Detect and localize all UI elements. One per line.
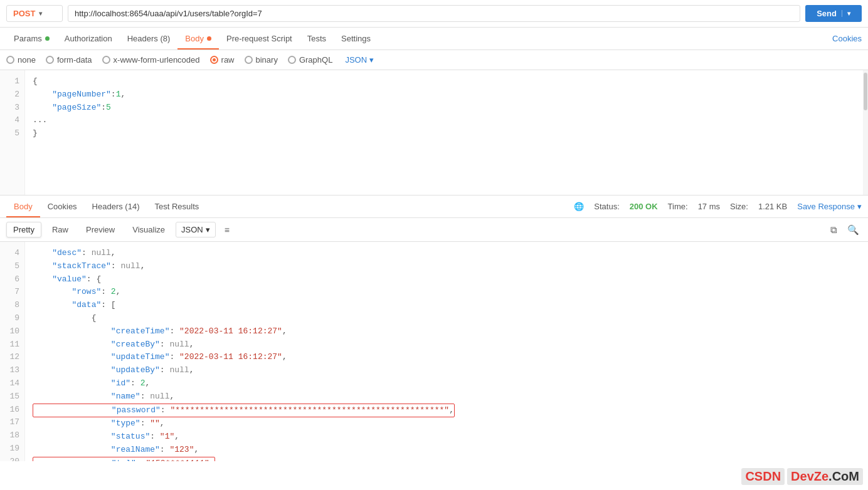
resp-line-numbers: 4 5 6 7 8 9 10 11 12 13 14 15 16 17 18 1… [0,242,25,461]
body-dot [207,36,211,41]
params-dot [45,36,50,41]
resp-code-content: "desc": null, "stackTrace": null, "value… [25,242,868,461]
tab-body[interactable]: Body [177,28,219,50]
response-format-bar: Pretty Raw Preview Visualize JSON ▾ ≡ ⧉ … [0,218,868,242]
url-input[interactable] [68,5,800,22]
resp-line-20: "tel": "150****1111", [33,457,860,461]
radio-raw [210,56,218,64]
body-type-urlencoded[interactable]: x-www-form-urlencoded [102,55,200,65]
method-select[interactable]: POST ▾ [6,5,63,22]
resp-line-4: "desc": null, [33,247,860,260]
radio-urlencoded [102,56,110,64]
request-scrollbar-thumb [864,73,867,110]
resp-line-5: "stackTrace": null, [33,260,860,273]
resp-line-11: "createBy": null, [33,338,860,352]
tab-tests[interactable]: Tests [300,28,334,50]
password-highlight: "password": "***************************… [33,404,455,418]
resp-json-chevron-icon: ▾ [206,225,210,234]
send-label: Send [817,9,837,18]
format-preview-btn[interactable]: Preview [79,222,122,237]
resp-line-7: "rows": 2, [33,286,860,299]
resp-line-6: "value": { [33,273,860,286]
tab-headers[interactable]: Headers (8) [120,28,178,50]
resp-line-14: "id": 2, [33,377,860,390]
radio-binary [245,56,253,64]
req-line-3: "pageSize":5 [33,102,860,115]
save-response-button[interactable]: Save Response ▾ [797,202,862,211]
status-label: Status: [594,202,619,211]
body-type-graphql[interactable]: GraphQL [288,55,332,65]
json-type-selector[interactable]: JSON ▾ [345,55,374,65]
req-line-5: } [33,127,860,140]
method-label: POST [13,9,35,18]
resp-line-10: "createTime": "2022-03-11 16:12:27", [33,325,860,338]
resp-json-label: JSON [181,225,203,234]
body-type-none[interactable]: none [6,55,36,65]
resp-line-12: "updateTime": "2022-03-11 16:12:27", [33,351,860,364]
req-line-1: { [33,75,860,88]
tab-authorization[interactable]: Authorization [57,28,120,50]
req-line-2: "pageNumber":1, [33,88,860,102]
body-type-formdata[interactable]: form-data [46,55,92,65]
radio-graphql [288,56,296,64]
size-label: Size: [730,202,748,211]
globe-icon: 🌐 [574,202,584,211]
tab-prerequest[interactable]: Pre-request Script [219,28,300,50]
json-chevron-icon: ▾ [369,55,374,65]
body-type-raw[interactable]: raw [210,55,235,65]
method-chevron-icon: ▾ [39,10,42,17]
resp-line-15: "name": null, [33,390,860,404]
time-label: Time: [668,202,688,211]
radio-none [6,56,14,64]
tab-settings[interactable]: Settings [334,28,378,50]
time-value: 17 ms [698,202,720,211]
format-raw-btn[interactable]: Raw [45,222,75,237]
body-type-selector: none form-data x-www-form-urlencoded raw… [0,50,868,70]
request-tab-bar: Params Authorization Headers (8) Body Pr… [0,28,868,50]
tab-params[interactable]: Params [6,28,57,50]
resp-line-17: "type": "", [33,417,860,430]
send-chevron-icon: ▾ [842,10,850,17]
copy-button[interactable]: ⧉ [828,223,840,237]
resp-tab-headers[interactable]: Headers (14) [85,195,147,217]
search-button[interactable]: 🔍 [845,223,862,237]
response-body[interactable]: 4 5 6 7 8 9 10 11 12 13 14 15 16 17 18 1… [0,242,868,461]
resp-line-13: "updateBy": null, [33,364,860,377]
status-bar: 🌐 Status: 200 OK Time: 17 ms Size: 1.21 … [574,202,862,211]
resp-line-19: "realName": "123", [33,444,860,457]
request-editor[interactable]: 1 2 3 4 5 { "pageNumber":1, "pageSize":5… [0,70,868,195]
tel-highlight: "tel": "150****1111", [33,457,215,461]
status-value: 200 OK [630,202,658,211]
response-tab-bar: Body Cookies Headers (14) Test Results 🌐… [0,195,868,218]
format-visualize-btn[interactable]: Visualize [125,222,172,237]
url-bar: POST ▾ Send ▾ [0,0,868,28]
size-value: 1.21 KB [758,202,787,211]
resp-line-9: { [33,312,860,325]
cookies-link[interactable]: Cookies [832,28,862,50]
request-code-content[interactable]: { "pageNumber":1, "pageSize":5 ... } [25,70,868,195]
resp-tab-cookies[interactable]: Cookies [40,195,85,217]
resp-tab-test-results[interactable]: Test Results [147,195,206,217]
req-line-4: ... [33,114,860,127]
request-line-numbers: 1 2 3 4 5 [0,70,25,195]
save-response-chevron-icon: ▾ [857,202,862,211]
resp-line-18: "status": "1", [33,430,860,444]
resp-line-16: "password": "***************************… [33,404,860,418]
request-scrollbar[interactable] [863,70,868,195]
response-actions: ⧉ 🔍 [828,223,862,237]
format-pretty-btn[interactable]: Pretty [6,222,41,237]
send-button[interactable]: Send ▾ [805,5,862,22]
body-type-binary[interactable]: binary [245,55,278,65]
wrap-icon[interactable]: ≡ [225,225,230,235]
radio-formdata [46,56,54,64]
resp-tab-body[interactable]: Body [6,195,40,217]
response-json-dropdown[interactable]: JSON ▾ [176,222,216,237]
resp-line-8: "data": [ [33,299,860,312]
